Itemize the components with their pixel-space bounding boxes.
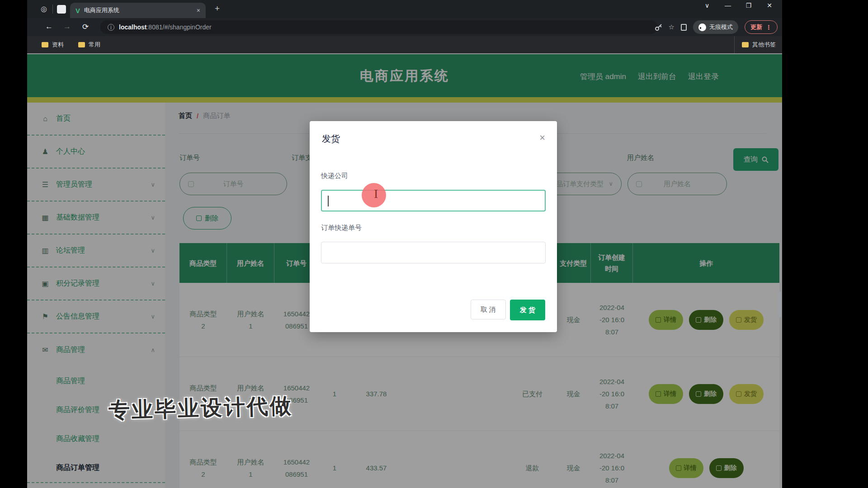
dialog-close-icon[interactable]: ×	[539, 132, 545, 144]
vue-favicon: V	[75, 7, 80, 14]
dialog-footer: 取 消 发 货	[471, 300, 545, 320]
side-panel-icon[interactable]	[681, 24, 687, 31]
screenshot-stage: ◎ V 电商应用系统 × + ∨ — ❐ ✕ ← → ⟳ i localhos	[0, 0, 868, 488]
bookmark-item[interactable]: 常用	[78, 41, 100, 49]
cursor-highlight: I	[362, 183, 386, 207]
tracking-no-input[interactable]	[321, 242, 546, 263]
browser-tab[interactable]: V 电商应用系统 ×	[70, 3, 206, 18]
bookmark-star-icon[interactable]: ☆	[669, 23, 675, 31]
incognito-label: 无痕模式	[709, 23, 733, 31]
tab-close-icon[interactable]: ×	[197, 7, 200, 14]
ibeam-cursor-icon: I	[374, 187, 378, 201]
folder-icon	[78, 42, 85, 47]
back-icon[interactable]: ←	[45, 22, 53, 31]
window-restore-button[interactable]: ❐	[744, 2, 753, 9]
url-host: localhost	[119, 23, 146, 31]
forward-icon[interactable]: →	[63, 22, 71, 31]
confirm-ship-button[interactable]: 发 货	[510, 300, 545, 320]
tab-separator	[52, 5, 53, 14]
password-key-icon[interactable]	[655, 23, 662, 31]
window-close-button[interactable]: ✕	[765, 2, 774, 9]
express-company-label: 快递公司	[321, 172, 348, 180]
site-info-icon[interactable]: i	[108, 24, 114, 31]
express-company-input[interactable]	[321, 190, 546, 211]
bookmark-item[interactable]: 资料	[42, 41, 64, 49]
page-scrollbar[interactable]	[778, 291, 781, 317]
dialog-title: 发货	[322, 133, 340, 145]
other-bookmarks[interactable]: 其他书签	[734, 36, 776, 53]
browser-url-bar: ← → ⟳ i localhost :8081/#/shangpinOrder …	[27, 18, 782, 36]
text-caret	[328, 196, 329, 206]
tab-thumbnail-icon[interactable]	[57, 5, 66, 14]
incognito-icon	[698, 23, 706, 31]
update-label: 更新	[750, 23, 762, 31]
menu-dots-icon[interactable]: ⋮	[766, 24, 772, 31]
folder-icon	[742, 42, 749, 47]
incognito-badge: 无痕模式	[693, 20, 738, 34]
url-bar-right-icons: ☆ 无痕模式 更新 ⋮	[655, 18, 782, 36]
globe-icon[interactable]: ◎	[41, 5, 47, 13]
window-minimize-button[interactable]: —	[723, 2, 732, 9]
window-controls: ∨ — ❐ ✕	[703, 2, 782, 9]
window-chevron-icon[interactable]: ∨	[703, 2, 712, 9]
ship-dialog: 发货 × 快递公司 I 订单快递单号 取 消 发 货	[310, 121, 557, 332]
tab-title: 电商应用系统	[84, 6, 119, 14]
chrome-update-button[interactable]: 更新 ⋮	[745, 20, 778, 34]
new-tab-button[interactable]: +	[215, 4, 220, 14]
tracking-no-label: 订单快递单号	[321, 224, 362, 232]
url-path: :8081/#/shangpinOrder	[146, 23, 211, 31]
bookmarks-bar: 资料 常用 其他书签	[27, 36, 782, 53]
folder-icon	[42, 42, 48, 47]
bookmark-label: 其他书签	[752, 41, 776, 49]
reload-icon[interactable]: ⟳	[82, 22, 89, 32]
bookmark-label: 常用	[89, 41, 100, 49]
browser-tab-bar: ◎ V 电商应用系统 × + ∨ — ❐ ✕	[27, 0, 782, 18]
video-watermark: 专业毕业设计代做	[108, 392, 293, 425]
address-bar[interactable]: i localhost :8081/#/shangpinOrder	[100, 20, 658, 34]
bookmark-label: 资料	[52, 41, 64, 49]
cancel-button[interactable]: 取 消	[471, 300, 506, 319]
